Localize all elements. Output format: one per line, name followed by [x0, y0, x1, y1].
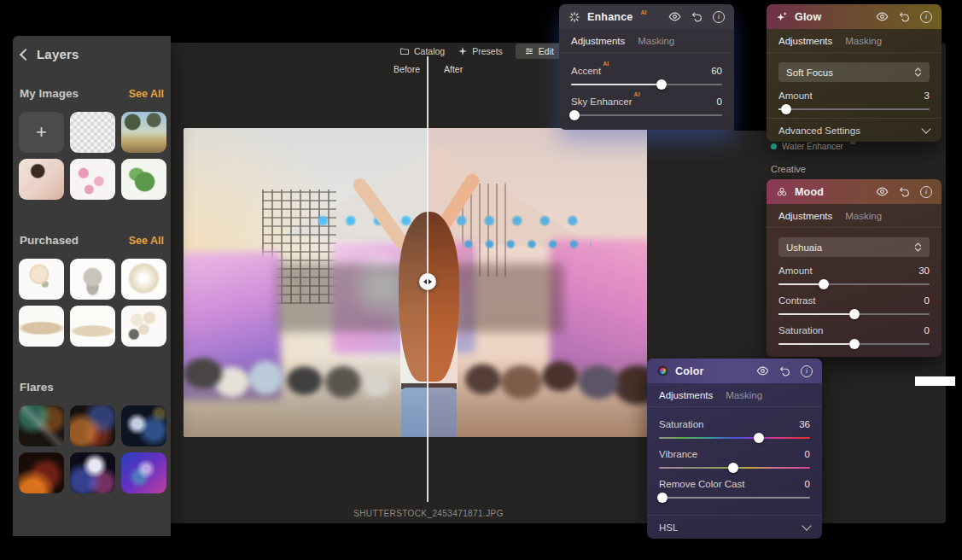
thumbnail-orange-blue-flare[interactable] — [70, 405, 115, 446]
layers-header[interactable]: Layers — [21, 47, 79, 61]
slider-thumb[interactable] — [849, 339, 860, 349]
info-icon[interactable]: i — [800, 365, 813, 378]
slider-track[interactable] — [778, 313, 930, 315]
thumbnail-blue-white-flare[interactable] — [70, 452, 115, 493]
mood-lut-dropdown[interactable]: Ushuaia — [778, 237, 930, 257]
mood-lut-value: Ushuaia — [786, 242, 822, 253]
visibility-icon[interactable] — [875, 185, 889, 199]
thumbnail-portrait-photo[interactable] — [19, 159, 64, 200]
back-chevron-icon[interactable] — [20, 48, 32, 60]
slider-label: AccentAI — [571, 65, 609, 76]
thumbnail-navy-bokeh-flare[interactable] — [121, 405, 166, 446]
layers-title: Layers — [37, 47, 79, 61]
slider-track[interactable] — [571, 114, 722, 116]
visibility-icon[interactable] — [668, 10, 681, 24]
tab-adjustments[interactable]: Adjustments — [778, 36, 832, 46]
slider-track[interactable] — [778, 343, 930, 345]
slider-track[interactable] — [571, 84, 722, 85]
reset-icon[interactable] — [690, 10, 703, 24]
nav-catalog-label: Catalog — [414, 46, 445, 56]
thumbnail-soft-cloud[interactable] — [70, 306, 115, 347]
info-icon[interactable]: i — [919, 185, 933, 199]
enhance-ai-badge: AI — [641, 9, 647, 15]
thumbnail-pearl-glow[interactable] — [121, 259, 166, 300]
slider-value: 3 — [924, 90, 930, 101]
tab-masking[interactable]: Masking — [845, 211, 882, 221]
glow-tabs: Adjustments Masking — [767, 29, 942, 53]
highlight-bar — [915, 376, 955, 386]
compare-divider-handle[interactable] — [419, 273, 436, 290]
purchased-see-all-link[interactable]: See All — [129, 235, 164, 247]
slider-track[interactable] — [659, 437, 810, 439]
info-icon[interactable]: i — [919, 10, 933, 24]
thumbnail-white-rose[interactable] — [19, 259, 64, 300]
thumbnail-pink-flowers[interactable] — [70, 159, 115, 200]
reset-icon[interactable] — [897, 185, 911, 199]
mood-tabs: Adjustments Masking — [767, 204, 942, 228]
thumbnail-field-photo[interactable] — [121, 112, 166, 153]
tab-masking[interactable]: Masking — [726, 390, 762, 400]
thumbnail-dust-cloud[interactable] — [19, 306, 64, 347]
color-panel-header[interactable]: Color i — [647, 359, 822, 383]
slider-thumb[interactable] — [819, 279, 829, 289]
tab-adjustments[interactable]: Adjustments — [659, 390, 713, 400]
thumbnail-transparent-layer[interactable] — [70, 112, 115, 153]
section-purchased: Purchased See All — [20, 234, 164, 247]
advanced-settings-toggle[interactable]: Advanced Settings — [767, 118, 942, 142]
tab-adjustments[interactable]: Adjustments — [778, 211, 832, 221]
info-icon[interactable]: i — [712, 10, 726, 24]
slider-thumb[interactable] — [728, 463, 738, 473]
slider-track[interactable] — [659, 467, 810, 469]
slider-track[interactable] — [778, 108, 930, 110]
slider-value: 0 — [924, 295, 930, 306]
tab-masking[interactable]: Masking — [638, 36, 674, 46]
slider-thumb[interactable] — [754, 433, 764, 443]
slider-thumb[interactable] — [569, 110, 580, 120]
enhance-panel-header[interactable]: EnhanceAI i — [559, 4, 734, 29]
glow-panel-header[interactable]: Glow i — [767, 4, 942, 29]
chevron-down-icon — [921, 124, 930, 133]
nav-presets[interactable]: Presets — [458, 46, 503, 56]
mood-panel-header[interactable]: Mood i — [767, 179, 942, 204]
slider-remove-color-cast: Remove Color Cast 0 — [659, 479, 810, 499]
slider-label: Vibrance — [659, 449, 697, 459]
background-cutout — [734, 0, 767, 131]
arrow-left-icon — [423, 279, 427, 284]
thumbnail-dark-prism-flare[interactable] — [19, 405, 64, 446]
visibility-icon[interactable] — [755, 365, 769, 378]
nav-catalog[interactable]: Catalog — [399, 46, 445, 56]
tab-adjustments[interactable]: Adjustments — [571, 36, 625, 46]
slider-thumb[interactable] — [849, 309, 860, 319]
thumbnail-rose-bouquet[interactable] — [121, 306, 166, 347]
slider-label: Remove Color Cast — [659, 479, 744, 489]
reset-icon[interactable] — [897, 10, 911, 24]
reset-icon[interactable] — [778, 365, 791, 378]
thumbnail-red-glow-flare[interactable] — [19, 452, 64, 493]
slider-thumb[interactable] — [781, 104, 791, 114]
my-images-see-all-link[interactable]: See All — [129, 88, 164, 100]
tab-masking[interactable]: Masking — [845, 36, 882, 46]
nav-presets-label: Presets — [472, 46, 503, 56]
nav-edit-label: Edit — [539, 46, 554, 56]
thumbnail-add-image[interactable]: + — [19, 112, 64, 153]
enhance-panel: EnhanceAI i Adjustments Masking AccentAI… — [559, 4, 734, 130]
after-label: After — [444, 64, 463, 74]
thumbnail-angel-statues[interactable] — [70, 259, 115, 300]
slider-thumb[interactable] — [656, 79, 667, 90]
slider-thumb[interactable] — [657, 493, 668, 503]
folder-icon — [399, 46, 410, 56]
glow-style-dropdown[interactable]: Soft Focus — [778, 62, 930, 82]
my-images-title: My Images — [20, 87, 79, 100]
slider-label: Sky EnhancerAI — [571, 96, 640, 107]
tool-water-enhancer[interactable]: Water Enhancer AI — [771, 142, 855, 151]
creative-section-label: Creative — [771, 164, 806, 174]
slider-track[interactable] — [659, 497, 810, 499]
thumbnail-green-plant[interactable] — [121, 159, 166, 200]
hsl-toggle[interactable]: HSL — [647, 515, 822, 539]
visibility-icon[interactable] — [875, 10, 889, 24]
slider-color-saturation: Saturation 36 — [659, 419, 810, 439]
thumbnail-blue-magenta-flare[interactable] — [121, 452, 166, 493]
nav-edit[interactable]: Edit — [516, 44, 563, 59]
my-images-grid: + — [19, 112, 166, 200]
slider-track[interactable] — [778, 283, 930, 285]
